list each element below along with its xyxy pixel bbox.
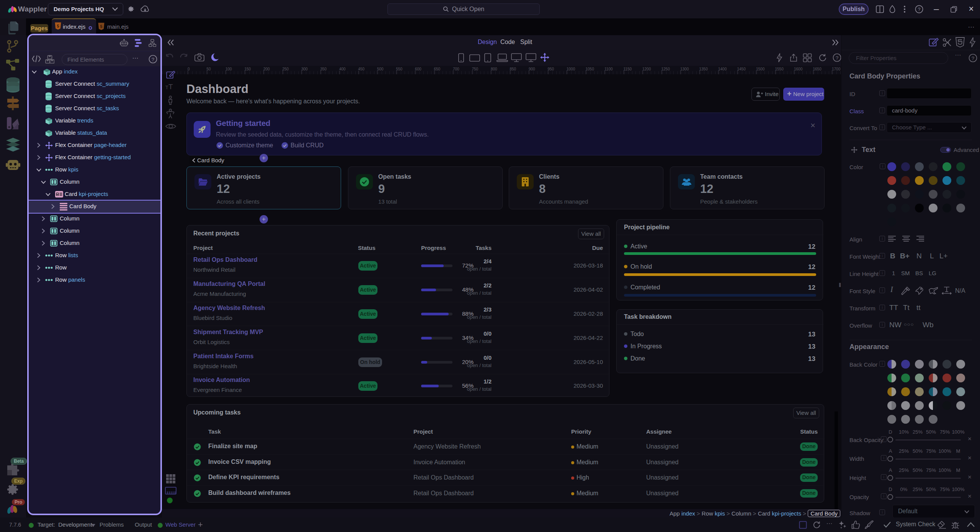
svg-text:?: ? (152, 57, 155, 62)
svg-text:5: 5 (100, 24, 103, 29)
svg-text:5: 5 (57, 24, 59, 28)
svg-text:?: ? (836, 55, 839, 61)
svg-text:?: ? (918, 7, 921, 12)
